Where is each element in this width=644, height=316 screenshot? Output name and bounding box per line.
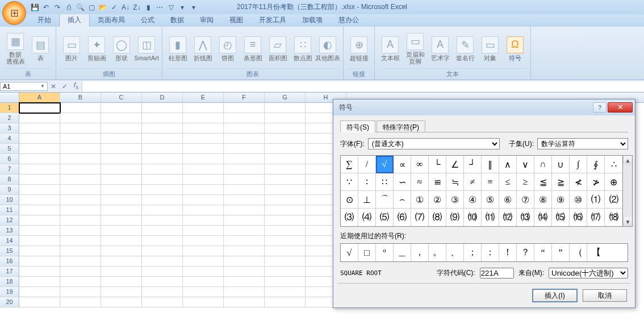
wordart-button[interactable]: A艺术字 (428, 29, 452, 68)
symbol-cell[interactable]: ∮ (587, 156, 605, 173)
row-header[interactable]: 4 (0, 134, 19, 144)
cell[interactable] (60, 134, 101, 144)
funnel-icon[interactable]: ▾ (177, 2, 187, 13)
cell[interactable] (183, 123, 224, 134)
cell[interactable] (183, 164, 224, 174)
cell[interactable] (19, 226, 60, 236)
symbol-cell[interactable]: ≈ (411, 173, 429, 191)
cell[interactable] (224, 185, 265, 195)
cell[interactable] (101, 215, 142, 226)
recent-symbol-cell[interactable]: ！ (499, 244, 517, 261)
cell[interactable] (142, 113, 183, 123)
cell[interactable] (101, 267, 142, 277)
cell[interactable] (224, 174, 265, 185)
cell[interactable] (265, 123, 306, 134)
symbol-cell[interactable]: ② (429, 191, 446, 209)
row-header[interactable]: 10 (0, 195, 19, 205)
cell[interactable] (101, 113, 142, 123)
cell[interactable] (142, 103, 183, 113)
cell[interactable] (265, 154, 306, 164)
column-header[interactable]: G (265, 93, 306, 102)
symbol-cell[interactable]: ≮ (570, 173, 587, 191)
symbol-cell[interactable]: ≤ (499, 173, 517, 191)
cell[interactable] (142, 236, 183, 246)
cell[interactable] (142, 123, 183, 134)
cell[interactable] (19, 287, 60, 297)
cell[interactable] (142, 215, 183, 226)
symbol-cell[interactable]: ∶ (358, 173, 376, 191)
cell[interactable] (101, 246, 142, 256)
hyperlink-button[interactable]: ⊕超链接 (347, 29, 371, 68)
cell[interactable] (265, 205, 306, 215)
cell[interactable] (60, 123, 101, 134)
cell[interactable] (101, 134, 142, 144)
symbol-cell[interactable]: ⑹ (394, 209, 411, 226)
cancel-button[interactable]: 取消 (583, 289, 627, 302)
smartart-button[interactable]: ◫SmartArt (135, 29, 158, 68)
row-header[interactable]: 12 (0, 215, 19, 226)
other-button[interactable]: ◐其他图表 (316, 29, 340, 68)
recent-symbol-cell[interactable]: ： (482, 244, 499, 261)
row-header[interactable]: 13 (0, 226, 19, 236)
recent-symbol-cell[interactable]: º (376, 244, 394, 261)
symbol-cell[interactable]: ⑻ (429, 209, 446, 226)
symbol-cell[interactable]: ∪ (552, 156, 570, 173)
line-button[interactable]: ⋀折线图 (191, 29, 215, 68)
recent-symbol-cell[interactable]: ； (464, 244, 482, 261)
cell[interactable] (101, 205, 142, 215)
cell[interactable] (224, 267, 265, 277)
cell[interactable] (60, 287, 101, 297)
cell[interactable] (183, 267, 224, 277)
column-header[interactable]: A (19, 93, 60, 102)
cell[interactable] (19, 185, 60, 195)
cell[interactable] (101, 123, 142, 134)
cell[interactable] (224, 297, 265, 307)
row-header[interactable]: 20 (0, 297, 19, 307)
cell[interactable] (183, 134, 224, 144)
symbol-cell[interactable]: ⒂ (552, 209, 570, 226)
column-header[interactable]: F (224, 93, 265, 102)
cell[interactable] (142, 164, 183, 174)
scrollbar-track[interactable] (623, 165, 632, 217)
column-header[interactable]: B (60, 93, 101, 102)
shapes-button[interactable]: ◯形状 (110, 29, 133, 68)
cell[interactable] (183, 236, 224, 246)
row-header[interactable]: 18 (0, 277, 19, 287)
cell[interactable] (101, 256, 142, 267)
dialog-help-button[interactable]: ? (593, 102, 607, 113)
pie-button[interactable]: ◴饼图 (216, 29, 240, 68)
cell[interactable] (60, 297, 101, 307)
symbol-cell[interactable]: ③ (446, 191, 464, 209)
cell[interactable] (60, 103, 101, 113)
cell[interactable] (265, 256, 306, 267)
formula-input[interactable] (82, 81, 644, 92)
row-header[interactable]: 8 (0, 174, 19, 185)
cell[interactable] (265, 215, 306, 226)
symbol-cell[interactable]: ⑿ (499, 209, 517, 226)
scroll-down-button[interactable]: ▼ (623, 217, 632, 226)
symbol-cell[interactable]: ⊕ (605, 173, 622, 191)
cell[interactable] (183, 144, 224, 154)
symbol-cell[interactable]: ≒ (446, 173, 464, 191)
cell[interactable] (265, 267, 306, 277)
row-header[interactable]: 15 (0, 246, 19, 256)
cell[interactable] (142, 185, 183, 195)
sort-desc-icon[interactable]: Z↓ (132, 2, 142, 13)
cell[interactable] (183, 185, 224, 195)
cell[interactable] (224, 123, 265, 134)
cell[interactable] (60, 144, 101, 154)
symbol-cell[interactable]: ∴ (605, 156, 622, 173)
symbol-cell[interactable]: ∥ (482, 156, 499, 173)
row-header[interactable]: 16 (0, 256, 19, 267)
dropdown-icon[interactable]: ▾ (189, 2, 199, 13)
cell[interactable] (19, 205, 60, 215)
more-icon[interactable]: ⋯ (154, 2, 165, 13)
row-header[interactable]: 17 (0, 267, 19, 277)
cell[interactable] (142, 205, 183, 215)
cell[interactable] (19, 297, 60, 307)
symbol-cell[interactable]: ⑨ (552, 191, 570, 209)
bar-button[interactable]: ≡条形图 (241, 29, 265, 68)
symbol-cell[interactable]: ⑴ (587, 191, 605, 209)
symbol-cell[interactable]: ≯ (587, 173, 605, 191)
undo-icon[interactable]: ↶ (41, 2, 51, 13)
